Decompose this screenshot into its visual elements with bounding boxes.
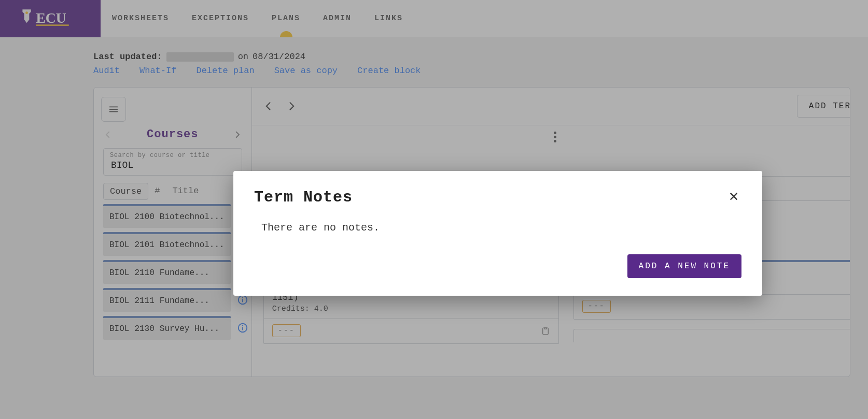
modal-close-button[interactable]: ✕	[726, 189, 741, 205]
add-new-note-button[interactable]: ADD A NEW NOTE	[627, 254, 741, 278]
close-icon: ✕	[729, 188, 738, 206]
modal-body: There are no notes.	[254, 206, 741, 254]
term-notes-modal: Term Notes ✕ There are no notes. ADD A N…	[233, 171, 762, 296]
modal-title: Term Notes	[254, 189, 353, 206]
